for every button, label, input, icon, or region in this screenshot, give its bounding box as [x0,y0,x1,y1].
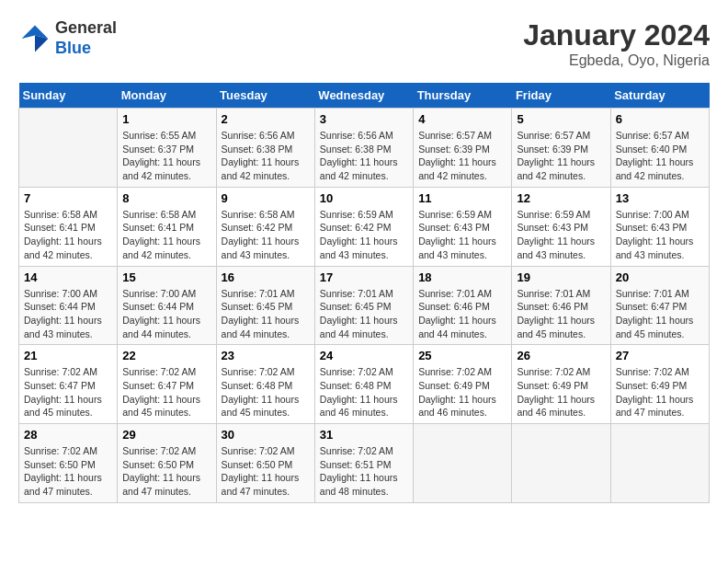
calendar-cell: 26Sunrise: 7:02 AM Sunset: 6:49 PM Dayli… [512,345,610,424]
calendar-cell: 27Sunrise: 7:02 AM Sunset: 6:49 PM Dayli… [610,345,709,424]
calendar-cell: 22Sunrise: 7:02 AM Sunset: 6:47 PM Dayli… [118,345,216,424]
day-number: 20 [616,270,704,284]
day-info: Sunrise: 6:58 AM Sunset: 6:41 PM Dayligh… [122,208,210,262]
calendar-cell [19,109,118,188]
day-number: 30 [222,428,310,442]
calendar-header-row: SundayMondayTuesdayWednesdayThursdayFrid… [19,83,710,109]
calendar-cell: 16Sunrise: 7:01 AM Sunset: 6:45 PM Dayli… [216,266,314,345]
day-info: Sunrise: 6:58 AM Sunset: 6:41 PM Dayligh… [24,208,112,262]
day-number: 19 [517,270,605,284]
day-info: Sunrise: 6:57 AM Sunset: 6:39 PM Dayligh… [418,129,506,183]
calendar-week-row: 1Sunrise: 6:55 AM Sunset: 6:37 PM Daylig… [19,109,710,188]
day-info: Sunrise: 7:02 AM Sunset: 6:50 PM Dayligh… [122,444,210,499]
logo-blue-text: Blue [55,39,91,57]
day-info: Sunrise: 6:56 AM Sunset: 6:38 PM Dayligh… [222,129,310,183]
weekday-header-sunday: Sunday [19,83,118,109]
calendar-cell: 31Sunrise: 7:02 AM Sunset: 6:51 PM Dayli… [314,424,413,503]
day-number: 14 [24,270,112,284]
day-number: 29 [122,428,210,442]
calendar-cell: 12Sunrise: 6:59 AM Sunset: 6:43 PM Dayli… [512,187,610,266]
calendar-subtitle: Egbeda, Oyo, Nigeria [523,52,710,69]
day-number: 17 [320,270,408,284]
weekday-header-saturday: Saturday [610,83,709,109]
calendar-cell: 14Sunrise: 7:00 AM Sunset: 6:44 PM Dayli… [19,266,118,345]
calendar-cell: 19Sunrise: 7:01 AM Sunset: 6:46 PM Dayli… [512,266,610,345]
calendar-cell: 5Sunrise: 6:57 AM Sunset: 6:39 PM Daylig… [512,109,610,188]
day-info: Sunrise: 7:01 AM Sunset: 6:47 PM Dayligh… [616,287,704,341]
day-info: Sunrise: 7:01 AM Sunset: 6:46 PM Dayligh… [517,287,605,341]
logo-icon [18,22,51,55]
calendar-table: SundayMondayTuesdayWednesdayThursdayFrid… [18,83,710,503]
calendar-cell: 30Sunrise: 7:02 AM Sunset: 6:50 PM Dayli… [216,424,314,503]
day-info: Sunrise: 7:00 AM Sunset: 6:44 PM Dayligh… [122,287,210,341]
calendar-cell: 7Sunrise: 6:58 AM Sunset: 6:41 PM Daylig… [19,187,118,266]
day-info: Sunrise: 7:00 AM Sunset: 6:44 PM Dayligh… [24,287,112,341]
day-number: 6 [616,112,704,126]
day-number: 2 [222,112,310,126]
calendar-cell: 17Sunrise: 7:01 AM Sunset: 6:45 PM Dayli… [314,266,413,345]
weekday-header-wednesday: Wednesday [314,83,413,109]
calendar-cell: 2Sunrise: 6:56 AM Sunset: 6:38 PM Daylig… [216,109,314,188]
calendar-cell: 18Sunrise: 7:01 AM Sunset: 6:46 PM Dayli… [414,266,512,345]
calendar-title: January 2024 [523,18,710,52]
calendar-cell [414,424,512,503]
day-info: Sunrise: 6:59 AM Sunset: 6:42 PM Dayligh… [320,208,408,262]
day-info: Sunrise: 7:02 AM Sunset: 6:50 PM Dayligh… [222,444,310,499]
calendar-week-row: 7Sunrise: 6:58 AM Sunset: 6:41 PM Daylig… [19,187,710,266]
day-info: Sunrise: 7:02 AM Sunset: 6:48 PM Dayligh… [222,365,310,419]
calendar-cell: 11Sunrise: 6:59 AM Sunset: 6:43 PM Dayli… [414,187,512,266]
day-info: Sunrise: 7:01 AM Sunset: 6:45 PM Dayligh… [320,287,408,341]
calendar-cell: 24Sunrise: 7:02 AM Sunset: 6:48 PM Dayli… [314,345,413,424]
day-number: 4 [418,112,506,126]
calendar-week-row: 21Sunrise: 7:02 AM Sunset: 6:47 PM Dayli… [19,345,710,424]
day-number: 10 [320,191,408,205]
calendar-cell: 23Sunrise: 7:02 AM Sunset: 6:48 PM Dayli… [216,345,314,424]
calendar-cell [512,424,610,503]
day-info: Sunrise: 7:02 AM Sunset: 6:47 PM Dayligh… [122,365,210,419]
calendar-cell: 3Sunrise: 6:56 AM Sunset: 6:38 PM Daylig… [314,109,413,188]
calendar-cell: 4Sunrise: 6:57 AM Sunset: 6:39 PM Daylig… [414,109,512,188]
day-info: Sunrise: 7:00 AM Sunset: 6:43 PM Dayligh… [616,208,704,262]
logo-general-text: General [55,18,117,37]
weekday-header-thursday: Thursday [414,83,512,109]
day-info: Sunrise: 7:02 AM Sunset: 6:49 PM Dayligh… [616,365,704,419]
day-number: 11 [418,191,506,205]
day-number: 9 [222,191,310,205]
calendar-cell: 1Sunrise: 6:55 AM Sunset: 6:37 PM Daylig… [118,109,216,188]
day-info: Sunrise: 7:02 AM Sunset: 6:50 PM Dayligh… [24,444,112,499]
day-info: Sunrise: 7:02 AM Sunset: 6:49 PM Dayligh… [418,365,506,419]
calendar-week-row: 28Sunrise: 7:02 AM Sunset: 6:50 PM Dayli… [19,424,710,503]
day-info: Sunrise: 6:58 AM Sunset: 6:42 PM Dayligh… [222,208,310,262]
day-number: 28 [24,428,112,442]
day-info: Sunrise: 7:01 AM Sunset: 6:45 PM Dayligh… [222,287,310,341]
calendar-cell: 20Sunrise: 7:01 AM Sunset: 6:47 PM Dayli… [610,266,709,345]
calendar-cell: 25Sunrise: 7:02 AM Sunset: 6:49 PM Dayli… [414,345,512,424]
day-info: Sunrise: 7:02 AM Sunset: 6:49 PM Dayligh… [517,365,605,419]
day-number: 26 [517,349,605,362]
day-number: 1 [122,112,210,126]
calendar-cell [610,424,709,503]
day-info: Sunrise: 6:57 AM Sunset: 6:39 PM Dayligh… [517,129,605,183]
day-number: 27 [616,349,704,362]
day-number: 24 [320,349,408,362]
calendar-cell: 15Sunrise: 7:00 AM Sunset: 6:44 PM Dayli… [118,266,216,345]
weekday-header-friday: Friday [512,83,610,109]
day-info: Sunrise: 6:56 AM Sunset: 6:38 PM Dayligh… [320,129,408,183]
day-info: Sunrise: 6:59 AM Sunset: 6:43 PM Dayligh… [418,208,506,262]
calendar-cell: 9Sunrise: 6:58 AM Sunset: 6:42 PM Daylig… [216,187,314,266]
logo: General Blue [18,18,117,58]
day-number: 18 [418,270,506,284]
calendar-cell: 28Sunrise: 7:02 AM Sunset: 6:50 PM Dayli… [19,424,118,503]
day-info: Sunrise: 6:57 AM Sunset: 6:40 PM Dayligh… [616,129,704,183]
calendar-cell: 13Sunrise: 7:00 AM Sunset: 6:43 PM Dayli… [610,187,709,266]
calendar-cell: 21Sunrise: 7:02 AM Sunset: 6:47 PM Dayli… [19,345,118,424]
day-info: Sunrise: 7:02 AM Sunset: 6:47 PM Dayligh… [24,365,112,419]
day-number: 31 [320,428,408,442]
day-number: 15 [122,270,210,284]
day-number: 16 [222,270,310,284]
day-number: 3 [320,112,408,126]
day-info: Sunrise: 7:01 AM Sunset: 6:46 PM Dayligh… [418,287,506,341]
day-info: Sunrise: 6:59 AM Sunset: 6:43 PM Dayligh… [517,208,605,262]
day-number: 22 [122,349,210,362]
day-number: 25 [418,349,506,362]
